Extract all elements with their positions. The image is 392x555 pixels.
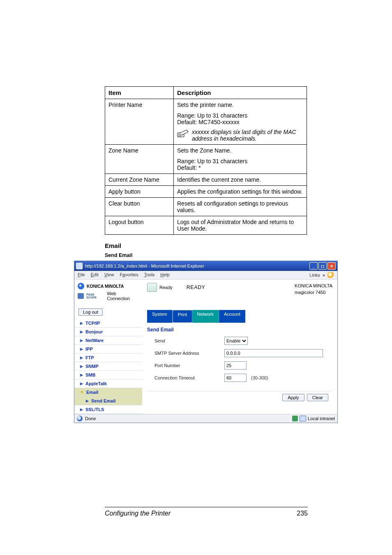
cell-desc: Resets all configuration settings to pre… bbox=[174, 198, 307, 216]
port-input[interactable] bbox=[224, 361, 247, 370]
label-send: Send bbox=[154, 338, 224, 343]
tab-network[interactable]: Network bbox=[192, 310, 219, 323]
cell-item: Current Zone Name bbox=[105, 174, 174, 186]
clear-button[interactable]: Clear bbox=[307, 394, 328, 401]
cell-desc: Sets the Zone Name. Range: Up to 31 char… bbox=[174, 145, 307, 174]
smtp-input[interactable] bbox=[224, 349, 323, 357]
desc-default: Default: MC7450-xxxxxx bbox=[177, 119, 303, 125]
links-label[interactable]: Links bbox=[309, 273, 320, 278]
note-icon bbox=[177, 129, 189, 138]
nav-ftp[interactable]: ▶FTP bbox=[74, 354, 142, 362]
nav-bonjour[interactable]: ▶Bonjour bbox=[74, 328, 142, 336]
th-item: Item bbox=[105, 87, 174, 99]
cell-item: Logout button bbox=[105, 216, 174, 235]
label-timeout: Connection Timeout bbox=[154, 375, 224, 380]
heading-send-email: Send Email bbox=[105, 252, 307, 258]
links-chevron-icon[interactable]: » bbox=[323, 273, 325, 278]
zone-label: Local intranet bbox=[308, 416, 335, 421]
pagescope-logo-icon bbox=[78, 293, 84, 299]
zone-icon bbox=[300, 416, 306, 421]
label-smtp: SMTP Server Address bbox=[154, 351, 224, 356]
cell-item: Apply button bbox=[105, 186, 174, 198]
tab-account[interactable]: Account bbox=[219, 310, 245, 323]
window-close-button[interactable]: ✕ bbox=[327, 262, 336, 270]
desc-note: xxxxxx displays six last digits of the M… bbox=[192, 129, 303, 142]
menu-edit[interactable]: Edit bbox=[91, 272, 99, 278]
menu-view[interactable]: View bbox=[104, 272, 114, 278]
nav-list: ▶TCP/IP ▶Bonjour ▶NetWare ▶IPP ▶FTP ▶SNM… bbox=[74, 319, 142, 414]
window-maximize-button[interactable]: ◻ bbox=[318, 262, 327, 270]
status-word: Ready bbox=[159, 285, 173, 290]
footer-page: 235 bbox=[297, 510, 308, 517]
heading-email: Email bbox=[105, 242, 307, 249]
ie-logo-icon bbox=[327, 272, 334, 278]
label-port: Port Number bbox=[154, 363, 224, 368]
panel-title: Send Email bbox=[147, 327, 332, 333]
tabs: System Print Network Account bbox=[147, 310, 332, 323]
cell-desc: Identifies the current zone name. bbox=[174, 174, 307, 186]
tab-print[interactable]: Print bbox=[173, 310, 192, 323]
cell-item: Zone Name bbox=[105, 145, 174, 174]
nav-ipp[interactable]: ▶IPP bbox=[74, 345, 142, 354]
cell-desc: Applies the configuration settings for t… bbox=[174, 186, 307, 198]
logout-area: Log out bbox=[78, 308, 142, 316]
desc-default: Default: * bbox=[177, 164, 303, 171]
cell-desc: Sets the printer name. Range: Up to 31 c… bbox=[174, 99, 307, 145]
cell-desc: Logs out of Administrator Mode and retur… bbox=[174, 216, 307, 235]
nav-smb[interactable]: ▶SMB bbox=[74, 371, 142, 379]
menu-file[interactable]: File bbox=[78, 272, 85, 278]
nav-appletalk[interactable]: ▶AppleTalk bbox=[74, 379, 142, 388]
menu-bar: File Edit View Favorites Tools Help Link… bbox=[74, 271, 337, 280]
window-title: http://192.168.1.2/a_index.html - Micros… bbox=[85, 264, 309, 268]
printer-icon bbox=[147, 283, 157, 292]
apply-button[interactable]: Apply bbox=[282, 394, 304, 401]
timeout-input[interactable] bbox=[224, 374, 247, 382]
shield-icon bbox=[292, 416, 298, 421]
nav-email[interactable]: ▼Email bbox=[74, 388, 142, 397]
id-line2: magicolor 7450 bbox=[295, 289, 332, 296]
send-select[interactable]: Enable bbox=[224, 337, 248, 345]
nav-snmp[interactable]: ▶SNMP bbox=[74, 362, 142, 371]
brand-webconn: Web Connection bbox=[107, 291, 139, 301]
nav-send-email[interactable]: ▶Send Email bbox=[74, 397, 142, 405]
globe-icon bbox=[77, 416, 83, 421]
brand-km: KONICA MINOLTA bbox=[87, 284, 124, 289]
status-bar: Done Local intranet bbox=[74, 414, 337, 423]
desc-range: Range: Up to 31 characters bbox=[177, 158, 303, 164]
desc-main: Sets the printer name. bbox=[177, 102, 303, 108]
titlebar: http://192.168.1.2/a_index.html - Micros… bbox=[74, 261, 337, 271]
brand-ps-badge: PAGE SCOPE bbox=[86, 293, 104, 299]
nav-ssl[interactable]: ▶SSL/TLS bbox=[74, 405, 142, 414]
timeout-suffix: (30-300) bbox=[251, 375, 268, 380]
nav-tcpip[interactable]: ▶TCP/IP bbox=[74, 319, 142, 328]
menu-favorites[interactable]: Favorites bbox=[120, 272, 138, 278]
desc-range: Range: Up to 31 characters bbox=[177, 112, 303, 119]
menu-help[interactable]: Help bbox=[160, 272, 170, 278]
status-ready: READY bbox=[187, 284, 205, 290]
footer-title: Configuring the Printer bbox=[105, 510, 171, 517]
cell-item: Clear button bbox=[105, 198, 174, 216]
menu-tools[interactable]: Tools bbox=[144, 272, 155, 278]
nav-netware[interactable]: ▶NetWare bbox=[74, 336, 142, 345]
id-line1: KONICA MINOLTA bbox=[295, 283, 332, 289]
km-logo-icon bbox=[78, 283, 84, 289]
window-minimize-button[interactable]: _ bbox=[309, 262, 318, 270]
th-desc: Description bbox=[174, 87, 307, 99]
cell-item: Printer Name bbox=[105, 99, 174, 145]
ie-page-icon bbox=[76, 263, 83, 269]
desc-main: Sets the Zone Name. bbox=[177, 147, 303, 154]
spec-table: Item Description Printer Name Sets the p… bbox=[105, 86, 307, 235]
browser-window: http://192.168.1.2/a_index.html - Micros… bbox=[74, 261, 338, 423]
logout-button[interactable]: Log out bbox=[78, 308, 103, 316]
tab-system[interactable]: System bbox=[147, 310, 173, 323]
status-done: Done bbox=[85, 416, 96, 421]
